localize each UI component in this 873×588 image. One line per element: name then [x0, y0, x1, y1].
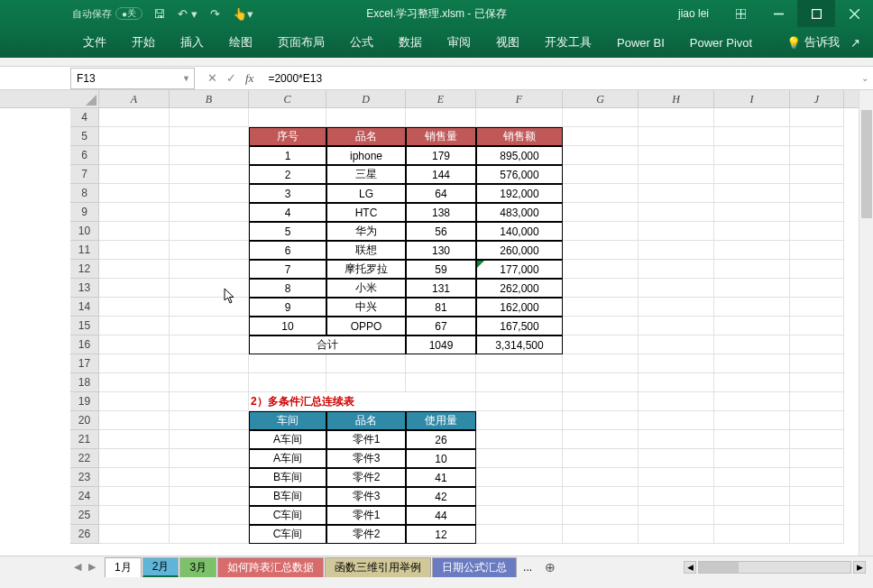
cell[interactable]: 4 — [249, 203, 326, 222]
cell[interactable] — [790, 260, 844, 279]
column-header[interactable]: D — [326, 90, 406, 107]
cell[interactable] — [639, 525, 714, 544]
row-header[interactable]: 26 — [70, 525, 98, 544]
close-button[interactable] — [835, 0, 873, 27]
cell[interactable] — [714, 468, 790, 487]
cancel-formula-icon[interactable]: ✕ — [207, 71, 217, 85]
cell[interactable] — [790, 317, 844, 335]
cell[interactable] — [790, 506, 844, 525]
cell[interactable] — [99, 487, 170, 506]
cell[interactable] — [639, 411, 714, 430]
cell[interactable] — [714, 525, 790, 544]
cell[interactable]: C车间 — [249, 525, 326, 544]
cell[interactable] — [714, 184, 790, 203]
cell[interactable] — [476, 411, 563, 430]
add-sheet-button[interactable]: ⊕ — [538, 560, 563, 574]
sheet-nav-next-icon[interactable]: ▶ — [88, 561, 96, 573]
cell[interactable]: A车间 — [249, 449, 326, 468]
cell[interactable] — [639, 222, 714, 241]
sheet-tab[interactable]: 函数三维引用举例 — [325, 557, 431, 577]
cell[interactable] — [249, 108, 326, 127]
cell[interactable] — [714, 279, 790, 298]
row-header[interactable]: 16 — [70, 335, 98, 354]
column-header[interactable]: J — [790, 90, 844, 107]
cell[interactable] — [790, 411, 844, 430]
cell[interactable]: 6 — [249, 241, 326, 260]
cell[interactable]: C车间 — [249, 506, 326, 525]
cell[interactable] — [714, 108, 790, 127]
tell-me[interactable]: 💡 告诉我 — [786, 34, 840, 51]
cell[interactable]: 576,000 — [476, 165, 563, 184]
cell[interactable] — [563, 165, 639, 184]
cell[interactable]: 零件3 — [326, 487, 406, 506]
cell[interactable]: 5 — [249, 222, 326, 241]
scroll-right-icon[interactable]: ▶ — [853, 561, 866, 574]
cell[interactable] — [639, 430, 714, 449]
cell[interactable] — [639, 354, 714, 373]
cell[interactable] — [714, 241, 790, 260]
maximize-button[interactable] — [797, 0, 835, 27]
cell[interactable] — [99, 127, 170, 146]
cell[interactable] — [476, 373, 563, 392]
row-header[interactable]: 7 — [70, 165, 98, 184]
cell[interactable]: 联想 — [326, 241, 406, 260]
row-header[interactable]: 21 — [70, 430, 98, 449]
cell[interactable] — [326, 108, 406, 127]
cell[interactable] — [790, 298, 844, 317]
cell[interactable]: 56 — [406, 222, 476, 241]
cell[interactable] — [170, 449, 249, 468]
cell[interactable] — [563, 184, 639, 203]
cell[interactable] — [170, 146, 249, 165]
select-all-corner[interactable] — [70, 90, 99, 107]
ribbon-tab[interactable]: 绘图 — [216, 27, 265, 58]
cell[interactable]: OPPO — [326, 317, 406, 335]
cell[interactable] — [639, 335, 714, 354]
name-box[interactable]: F13▼ — [70, 68, 195, 89]
redo-icon[interactable]: ↷ — [210, 7, 220, 21]
scroll-left-icon[interactable]: ◀ — [684, 561, 696, 574]
ribbon-tab[interactable]: 审阅 — [435, 27, 483, 58]
row-header[interactable]: 22 — [70, 449, 98, 468]
cell[interactable] — [99, 241, 170, 260]
sheet-tab[interactable]: 1月 — [105, 557, 142, 577]
save-icon[interactable]: 🖫 — [153, 7, 165, 21]
cell[interactable]: 品名 — [326, 127, 406, 146]
expand-formula-icon[interactable]: ⌄ — [857, 73, 873, 83]
cell[interactable] — [639, 373, 714, 392]
cell[interactable] — [639, 184, 714, 203]
cell[interactable] — [170, 335, 249, 354]
cell[interactable] — [563, 335, 639, 354]
cell[interactable] — [406, 108, 476, 127]
cell[interactable]: 144 — [406, 165, 476, 184]
ribbon-tab[interactable]: 数据 — [386, 27, 435, 58]
cell[interactable] — [99, 506, 170, 525]
minimize-button[interactable] — [759, 0, 797, 27]
cell[interactable] — [99, 354, 170, 373]
cell[interactable] — [170, 184, 249, 203]
cell[interactable]: 59 — [406, 260, 476, 279]
cell[interactable]: 1049 — [406, 335, 476, 354]
column-header[interactable]: F — [476, 90, 563, 107]
cell[interactable] — [99, 335, 170, 354]
cell[interactable]: 零件1 — [326, 506, 406, 525]
ribbon-tab[interactable]: 页面布局 — [265, 27, 337, 58]
vertical-scrollbar[interactable] — [859, 90, 873, 561]
cell[interactable] — [639, 298, 714, 317]
cell[interactable] — [170, 260, 249, 279]
fx-icon[interactable]: fx — [245, 71, 253, 86]
cell[interactable] — [563, 525, 639, 544]
cell[interactable] — [639, 260, 714, 279]
cell[interactable]: 合计 — [249, 335, 406, 354]
cell[interactable]: 7 — [249, 260, 326, 279]
cell[interactable]: 44 — [406, 506, 476, 525]
cell[interactable] — [476, 108, 563, 127]
cell[interactable] — [563, 260, 639, 279]
cell[interactable] — [170, 373, 249, 392]
cell[interactable] — [170, 165, 249, 184]
cell[interactable]: 2 — [249, 165, 326, 184]
cell[interactable]: 192,000 — [476, 184, 563, 203]
cell[interactable] — [99, 373, 170, 392]
cell[interactable] — [170, 222, 249, 241]
cell[interactable]: 中兴 — [326, 298, 406, 317]
cell[interactable] — [249, 373, 326, 392]
